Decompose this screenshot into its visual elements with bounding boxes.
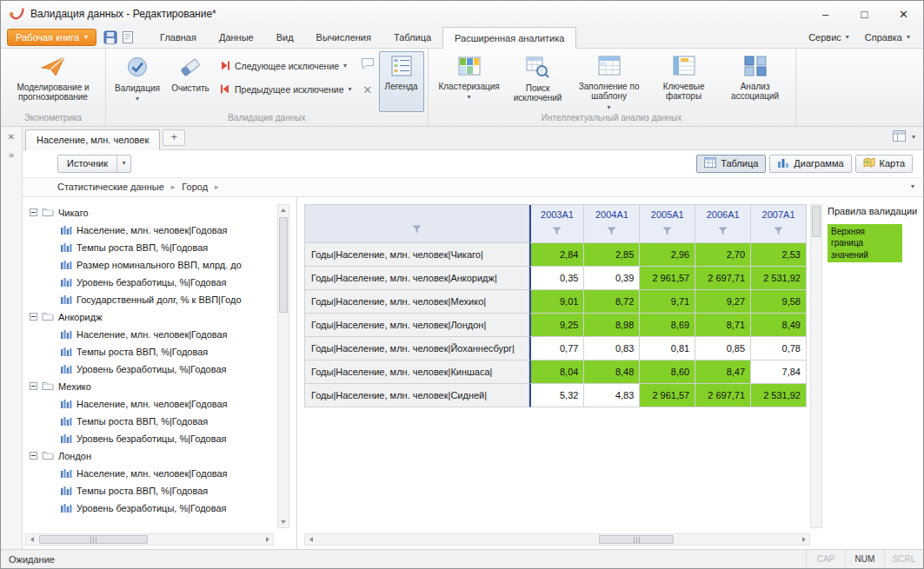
scroll-up-icon[interactable] — [278, 205, 289, 216]
scroll-left-icon[interactable] — [26, 534, 37, 545]
tree-item[interactable]: Темпы роста ВВП, %|Годовая — [30, 343, 296, 361]
table-vertical-scrollbar[interactable] — [810, 204, 822, 529]
close-panel-icon[interactable]: ✕ — [8, 132, 15, 142]
data-cell[interactable]: 9,27 — [695, 290, 751, 314]
data-cell[interactable]: 2 531,92 — [751, 267, 807, 290]
tree-item[interactable]: Государственный долг, % к ВВП|Годо — [30, 291, 296, 308]
data-cell[interactable]: 8,47 — [695, 361, 751, 384]
row-header[interactable]: Годы|Население, млн. человек|Лондон| — [305, 314, 529, 337]
scrollbar-thumb[interactable] — [39, 535, 148, 544]
column-header[interactable]: 2003A1 — [529, 205, 585, 243]
remove-validation-icon[interactable]: ✕ — [362, 84, 372, 96]
source-button[interactable]: Источник ▾ — [57, 155, 131, 173]
add-tab-button[interactable]: + — [163, 129, 185, 146]
data-cell[interactable]: 8,49 — [751, 314, 807, 337]
data-cell[interactable]: 0,77 — [529, 337, 585, 361]
ribbon-tab[interactable]: Данные — [208, 27, 265, 48]
fill-template-button[interactable]: Заполнение по шаблону ▾ — [569, 51, 649, 112]
tree-group[interactable]: Чикаго — [30, 204, 296, 222]
data-cell[interactable]: 2,96 — [640, 243, 695, 267]
tree-item[interactable]: Размер номинального ВВП, млрд. до — [30, 256, 296, 274]
data-cell[interactable]: 0,35 — [529, 267, 585, 290]
ribbon-menu[interactable]: Справка▾ — [857, 27, 918, 48]
row-header[interactable]: Годы|Население, млн. человек|Анкоридж| — [305, 267, 529, 290]
data-cell[interactable]: 4,83 — [584, 384, 640, 407]
row-header[interactable]: Годы|Население, млн. человек|Чикаго| — [305, 243, 529, 267]
data-cell[interactable]: 0,85 — [695, 337, 751, 361]
preview-button[interactable] — [119, 29, 136, 46]
column-header[interactable]: 2007A1 — [751, 205, 807, 243]
filter-icon[interactable] — [552, 227, 562, 237]
tree-item[interactable]: Уровень безработицы, %|Годовая — [30, 500, 296, 517]
view-chart-button[interactable]: Диаграмма — [769, 155, 851, 173]
row-header[interactable]: Годы|Население, млн. человек|Мехико| — [305, 290, 529, 314]
row-header[interactable]: Годы|Население, млн. человек|Йоханнесбур… — [305, 337, 529, 361]
validation-button[interactable]: Валидация ▾ — [110, 51, 165, 112]
validation-rule-badge[interactable]: Верхняя граница значений — [828, 224, 902, 263]
row-header[interactable]: Годы|Население, млн. человек|Киншаса| — [305, 361, 529, 384]
data-cell[interactable]: 2 697,71 — [695, 384, 751, 407]
view-table-button[interactable]: Таблица — [696, 155, 766, 173]
tree-item[interactable]: Население, млн. человек|Годовая — [30, 326, 296, 343]
tree-group[interactable]: Мехико — [30, 378, 296, 395]
scrollbar-thumb[interactable] — [599, 535, 674, 544]
collapse-icon[interactable] — [30, 452, 37, 460]
collapse-icon[interactable] — [30, 382, 37, 390]
tree-item[interactable]: Темпы роста ВВП, %|Годовая — [30, 482, 296, 500]
data-cell[interactable]: 2 961,57 — [640, 267, 695, 290]
data-cell[interactable]: 2,53 — [751, 243, 807, 267]
outlier-search-button[interactable]: Поиск исключений — [507, 51, 569, 112]
legend-button[interactable]: Легенда — [379, 51, 424, 112]
data-cell[interactable]: 0,39 — [584, 267, 640, 290]
layout-panel-icon[interactable] — [893, 129, 906, 145]
scroll-right-icon[interactable] — [798, 534, 809, 545]
data-cell[interactable]: 2 961,57 — [640, 384, 695, 407]
breadcrumb-item[interactable]: Статистические данные — [57, 182, 164, 192]
clustering-button[interactable]: Кластеризация ▾ — [432, 51, 507, 112]
data-cell[interactable]: 8,69 — [640, 314, 695, 337]
row-header[interactable]: Годы|Население, млн. человек|Сидней| — [305, 384, 529, 407]
tree-item[interactable]: Уровень безработицы, %|Годовая — [30, 361, 296, 378]
breadcrumb-dropdown-icon[interactable]: ▾ — [911, 183, 923, 190]
data-cell[interactable]: 8,98 — [584, 314, 640, 337]
data-cell[interactable]: 2,70 — [695, 243, 751, 267]
scroll-down-icon[interactable] — [278, 516, 289, 527]
column-header[interactable]: 2005A1 — [640, 205, 695, 243]
data-cell[interactable]: 9,25 — [529, 314, 585, 337]
tree-item[interactable]: Темпы роста ВВП, %|Годовая — [30, 413, 296, 430]
tree-item[interactable]: Уровень безработицы, %|Годовая — [30, 430, 296, 447]
data-cell[interactable]: 7,84 — [751, 361, 807, 384]
tree-horizontal-scrollbar[interactable] — [25, 533, 274, 546]
data-cell[interactable]: 9,58 — [751, 290, 807, 314]
tree-item[interactable]: Уровень безработицы, %|Годовая — [30, 274, 296, 291]
minimize-button[interactable]: – — [806, 1, 845, 27]
tree-item[interactable]: Население, млн. человек|Годовая — [30, 395, 296, 413]
scrollbar-thumb[interactable] — [812, 206, 821, 237]
maximize-button[interactable]: □ — [845, 1, 884, 27]
data-cell[interactable]: 8,60 — [640, 361, 695, 384]
tree-item[interactable]: Темпы роста ВВП, %|Годовая — [30, 239, 296, 256]
data-cell[interactable]: 0,83 — [584, 337, 640, 361]
ribbon-tab[interactable]: Вычисления — [305, 27, 382, 48]
data-cell[interactable]: 9,01 — [529, 290, 585, 314]
expand-panel-icon[interactable]: » — [9, 149, 14, 160]
ribbon-tab[interactable]: Вид — [265, 27, 305, 48]
data-cell[interactable]: 2 531,92 — [751, 384, 807, 407]
tree-group[interactable]: Лондон — [30, 447, 296, 465]
data-cell[interactable]: 2,85 — [584, 243, 640, 267]
data-cell[interactable]: 0,78 — [751, 337, 807, 361]
data-cell[interactable]: 8,04 — [529, 361, 585, 384]
tree-item[interactable]: Население, млн. человек|Годовая — [30, 222, 296, 239]
chevron-down-icon[interactable]: ▾ — [116, 155, 130, 172]
ribbon-tab[interactable]: Таблица — [382, 27, 442, 48]
table-horizontal-scrollbar[interactable] — [304, 533, 810, 546]
data-cell[interactable]: 2,84 — [529, 243, 585, 267]
data-cell[interactable]: 8,48 — [584, 361, 640, 384]
column-header[interactable]: 2004A1 — [584, 205, 640, 243]
ribbon-tab[interactable]: Расширенная аналитика — [442, 27, 576, 49]
filter-icon[interactable] — [774, 227, 783, 237]
next-exception-button[interactable]: Следующее исключение ▾ — [217, 58, 355, 74]
modeling-forecasting-button[interactable]: Моделирование и прогнозирование — [4, 51, 102, 112]
column-header[interactable]: 2006A1 — [695, 205, 751, 243]
filter-icon[interactable] — [718, 227, 728, 237]
